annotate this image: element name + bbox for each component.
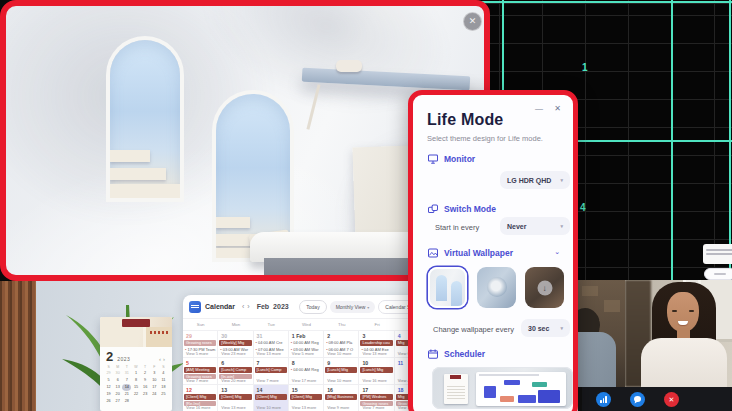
view-more-link[interactable]: View 7 more <box>184 378 208 383</box>
switch-interval-dropdown[interactable]: Never ▾ <box>500 217 570 235</box>
switch-mode-section-header: Switch Mode <box>427 203 496 215</box>
calendar-day-cell[interactable]: 208:00 AM Pla06:00 AM 7 OView 10 more <box>324 331 359 358</box>
view-more-link[interactable]: View 10 more <box>325 378 351 383</box>
view-more-link[interactable]: View 13 more <box>255 351 281 356</box>
view-more-link[interactable]: View 10 more <box>255 405 281 410</box>
calendar-day-cell[interactable]: 29Growing roses17:30 PM TeamView 5 more <box>183 331 218 358</box>
calendar-day-cell[interactable]: 9[Lunch] MtgView 10 more <box>324 358 359 385</box>
view-more-link[interactable]: View 17 more <box>290 378 316 383</box>
day-number: 5 <box>184 359 216 367</box>
calendar-day-cell[interactable]: 804:00 AM RegView 17 more <box>289 358 324 385</box>
view-more-link[interactable]: View 13 more <box>219 405 245 410</box>
calendar-day-cell[interactable]: 1 Feb04:00 AM Reg03:00 AM WorView 5 more <box>289 331 324 358</box>
view-more-link[interactable]: View 9 more <box>325 405 349 410</box>
wallpaper-interval-dropdown[interactable]: 30 sec ▾ <box>521 319 570 337</box>
day-number: 9 <box>325 359 357 367</box>
participant-body <box>578 332 616 387</box>
view-more-link[interactable]: View 20 more <box>219 378 245 383</box>
calendar-day-cell[interactable]: 14[Client] MtgView 10 more <box>254 385 289 411</box>
mini-day-number: 18 <box>159 384 168 391</box>
minimize-icon[interactable]: — <box>535 104 543 113</box>
event-item[interactable]: 04:00 AM Reg <box>290 340 322 346</box>
view-more-link[interactable]: View 16 more <box>184 405 210 410</box>
event-item[interactable]: [AM] Meeting <box>184 367 216 373</box>
view-select[interactable]: Monthly View▾ <box>330 301 376 313</box>
event-item[interactable]: [Client] Mtg <box>184 394 216 400</box>
weekday-label: Mon <box>218 319 253 330</box>
wallpaper-thumb-speaker[interactable] <box>477 267 516 308</box>
day-number: 3 <box>360 332 392 340</box>
scheduler-preview-image[interactable] <box>432 367 573 409</box>
calendar-day-cell[interactable]: 6[Lunch] Comp[In-win]View 20 more <box>218 358 253 385</box>
event-item[interactable]: 04:00 AM Reg <box>290 367 322 373</box>
event-item[interactable]: 08:00 AM Pla <box>325 340 357 346</box>
monitor-label: Monitor <box>444 154 475 164</box>
wall-calendar-widget: 2 2023 ‹› SMTWTFS 2930311234567891011121… <box>100 317 172 411</box>
video-tile-speaker[interactable] <box>625 280 732 387</box>
grid-tooltip-button[interactable] <box>704 268 732 280</box>
event-item[interactable]: Growing roses <box>184 340 216 346</box>
event-item[interactable]: [Lunch] Mtg <box>360 367 392 373</box>
calendar-day-cell[interactable]: 3Leadership cou04:00 AM ExeView 13 more <box>359 331 394 358</box>
view-more-link[interactable]: View 23 more <box>219 351 245 356</box>
mini-day-number: 7 <box>122 377 131 384</box>
calendar-day-cell[interactable]: 16[Mtg] BusinessView 9 more <box>324 385 359 411</box>
view-more-link[interactable]: View 5 more <box>184 351 208 356</box>
view-more-link[interactable]: View 7 more <box>255 378 279 383</box>
today-button[interactable]: Today <box>299 300 326 314</box>
view-more-link[interactable]: View 16 more <box>360 378 386 383</box>
event-item[interactable]: [Lunch] Mtg <box>325 367 357 373</box>
end-call-icon: ✕ <box>669 396 675 403</box>
weekday-label: Fri <box>359 319 394 330</box>
mini-day-number: 20 <box>113 391 122 398</box>
end-call-button[interactable]: ✕ <box>664 392 679 407</box>
wallpaper-thumb-arches-selected[interactable] <box>428 267 467 308</box>
event-item[interactable]: [Client] Mtg <box>219 394 251 400</box>
calendar-day-cell[interactable]: 3104:00 AM Cre07:00 AM MeeView 13 more <box>254 331 289 358</box>
event-item[interactable]: [Lunch] Comp <box>219 367 251 373</box>
view-more-link[interactable]: View 7 more <box>360 405 384 410</box>
calendar-day-cell[interactable]: 5[AM] MeetingGrowing rosesView 7 more <box>183 358 218 385</box>
view-more-link[interactable]: View 5 more <box>290 351 314 356</box>
monitor-dropdown[interactable]: LG HDR QHD ▾ <box>500 171 570 189</box>
event-item[interactable]: [Mtg] Business <box>325 394 357 400</box>
mini-day-number <box>131 398 140 405</box>
event-item[interactable]: [PM] Wednes <box>360 394 392 400</box>
mini-day-number: 21 <box>122 391 131 398</box>
collapse-section-icon[interactable]: ⌄ <box>554 248 560 256</box>
close-icon[interactable]: ✕ <box>463 12 482 31</box>
view-more-link[interactable]: View 13 more <box>290 405 316 410</box>
connection-quality-button[interactable] <box>596 392 611 407</box>
calendar-day-cell[interactable]: 10[Lunch] MtgView 16 more <box>359 358 394 385</box>
weekday-label: Tue <box>254 319 289 330</box>
mini-day-number: 29 <box>104 370 113 377</box>
close-icon[interactable]: ✕ <box>554 104 561 113</box>
event-item[interactable]: [Client] Mtg <box>255 394 287 400</box>
calendar-day-cell[interactable]: 12[Client] Mtg[Re-Inv]View 16 more <box>183 385 218 411</box>
event-item[interactable]: 04:00 AM Cre <box>255 340 287 346</box>
mini-day-number: 31 <box>122 370 131 377</box>
video-tile-participant[interactable] <box>578 280 625 387</box>
day-number: 17 <box>360 386 392 394</box>
event-item[interactable]: [Weekly] Mtg <box>219 340 251 346</box>
wall-calendar-nav: ‹› <box>159 356 167 362</box>
event-item[interactable]: [Client] Mtg <box>290 394 322 400</box>
calendar-day-cell[interactable]: 13[Client] MtgView 13 more <box>218 385 253 411</box>
day-number: 30 <box>219 332 251 340</box>
event-item[interactable]: Leadership cou <box>360 340 392 346</box>
event-item[interactable]: [Lunch] Comp <box>255 367 287 373</box>
mini-day-number: 14 <box>122 384 131 391</box>
mini-day-number: 22 <box>131 391 140 398</box>
calendar-day-cell[interactable]: 30[Weekly] Mtg03:00 AM WorView 23 more <box>218 331 253 358</box>
wall-calendar-year: 2023 <box>117 356 130 362</box>
view-more-link[interactable]: View 10 more <box>325 351 351 356</box>
calendar-day-cell[interactable]: 17[PM] WednesGrowing rosesView 7 more <box>359 385 394 411</box>
chat-button[interactable] <box>630 392 645 407</box>
calendar-day-cell[interactable]: 15[Client] MtgView 13 more <box>289 385 324 411</box>
wallpaper-thumb-download[interactable]: ↓ <box>525 267 564 308</box>
day-number: 8 <box>290 359 322 367</box>
calendar-day-cell[interactable]: 7[Lunch] CompView 7 more <box>254 358 289 385</box>
calendar-nav[interactable]: ‹› <box>242 303 253 310</box>
view-more-link[interactable]: View 13 more <box>360 351 386 356</box>
calendar-year-label: 2023 <box>273 303 289 310</box>
